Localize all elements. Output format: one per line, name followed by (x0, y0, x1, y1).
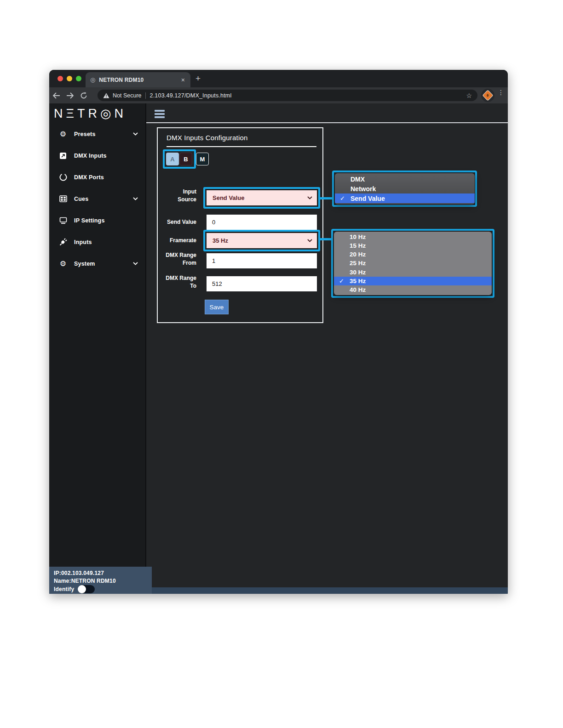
dmx-inputs-icon (58, 151, 68, 160)
zoom-window-button[interactable] (76, 76, 81, 81)
gear-icon: ⚙ (58, 259, 68, 268)
sidebar-item-dmx-inputs[interactable]: DMX Inputs (49, 145, 145, 166)
send-value-label: Send Value (160, 218, 196, 226)
tab-title: NETRON RDM10 (99, 77, 180, 83)
identify-label: Identify (54, 586, 74, 593)
close-window-button[interactable] (57, 76, 63, 81)
menu-item-15hz[interactable]: 15 Hz (334, 241, 492, 250)
checkmark-icon: ✓ (339, 278, 344, 284)
sidebar-item-inputs[interactable]: Inputs (49, 231, 145, 253)
monitor-icon (58, 216, 68, 225)
device-name: Name:NETRON RDM10 (54, 577, 152, 585)
sidebar-item-ip-settings[interactable]: IP Settings (49, 210, 145, 231)
menu-item-network[interactable]: Network (335, 184, 475, 194)
sidebar: NΞTR◎N ⚙ Presets DMX Inputs (49, 103, 146, 594)
gear-icon: ⚙ (58, 130, 68, 139)
tab-close-icon[interactable]: × (180, 76, 186, 84)
extension-icon: ǂ (482, 90, 493, 101)
tab-favicon-icon: ◎ (90, 76, 95, 83)
save-button[interactable]: Save (205, 300, 229, 314)
annotation-highlight-framerate (203, 230, 320, 251)
extension-button[interactable]: ǂ (481, 89, 494, 102)
forward-icon[interactable] (63, 92, 77, 99)
chevron-down-icon (133, 132, 138, 136)
url-toolbar: Not Secure 2.103.49.127/DMX_Inputs.html … (49, 87, 508, 103)
plug-icon (58, 238, 68, 247)
menu-item-40hz[interactable]: 40 Hz (334, 285, 492, 294)
framerate-label: Framerate (160, 237, 196, 245)
annotation-highlight-input-source (203, 187, 320, 209)
sidebar-nav: ⚙ Presets DMX Inputs DMX Po (49, 123, 145, 274)
page-content: NΞTR◎N ⚙ Presets DMX Inputs (49, 103, 508, 594)
sidebar-item-system[interactable]: ⚙ System (49, 253, 145, 274)
menu-item-35hz-selected[interactable]: ✓ 35 Hz (334, 277, 492, 285)
browser-menu-icon[interactable]: ⋮ (497, 91, 505, 94)
tab-m[interactable]: M (196, 153, 209, 165)
bookmark-star-icon[interactable]: ☆ (466, 92, 472, 99)
reload-icon[interactable] (77, 92, 91, 99)
identify-toggle[interactable] (78, 585, 95, 593)
menu-item-send-value-selected[interactable]: ✓ Send Value (335, 193, 475, 203)
dmx-ports-icon (58, 173, 68, 182)
input-source-dropdown-menu: DMX Network ✓ Send Value (335, 173, 475, 205)
menu-item-25hz[interactable]: 25 Hz (334, 259, 492, 267)
annotation-connector-input-source (319, 197, 333, 199)
cues-icon (58, 194, 68, 204)
input-source-label: Input Source (160, 188, 196, 204)
sidebar-item-dmx-ports[interactable]: DMX Ports (49, 166, 145, 188)
menu-item-dmx[interactable]: DMX (335, 175, 475, 184)
dmx-range-from-input[interactable] (207, 253, 317, 268)
dmx-range-to-label: DMX Range To (160, 274, 196, 290)
browser-window: ◎ NETRON RDM10 × + Not Secure 2.103.49.1… (49, 70, 508, 594)
address-bar[interactable]: Not Secure 2.103.49.127/DMX_Inputs.html … (98, 90, 477, 101)
not-secure-warning-icon (103, 93, 109, 98)
chevron-down-icon (133, 197, 138, 200)
device-info-panel: IP:002.103.049.127 Name:NETRON RDM10 Ide… (49, 567, 152, 594)
menu-item-10hz[interactable]: 10 Hz (334, 233, 492, 241)
url-text: 2.103.49.127/DMX_Inputs.html (150, 92, 232, 99)
minimize-window-button[interactable] (67, 76, 72, 81)
chevron-down-icon (133, 262, 138, 265)
sidebar-item-presets[interactable]: ⚙ Presets (49, 123, 145, 145)
dmx-range-from-label: DMX Range From (160, 251, 196, 267)
checkmark-icon: ✓ (340, 195, 345, 202)
dmx-range-to-input[interactable] (207, 276, 317, 291)
annotation-highlight-tabs (163, 149, 196, 169)
back-icon[interactable] (49, 92, 63, 99)
device-ip: IP:002.103.049.127 (54, 569, 152, 577)
menu-item-30hz[interactable]: 30 Hz (334, 268, 492, 277)
main-area: DMX Inputs Configuration A B M Input Sou… (146, 103, 508, 594)
send-value-input[interactable] (207, 215, 317, 230)
dmx-inputs-config-panel: DMX Inputs Configuration A B M Input Sou… (157, 127, 323, 323)
netron-logo: NΞTR◎N (49, 103, 145, 123)
new-tab-button[interactable]: + (195, 74, 201, 84)
omnibox-divider (145, 92, 146, 99)
sidebar-item-cues[interactable]: Cues (49, 188, 145, 210)
hamburger-menu-icon[interactable] (155, 110, 165, 119)
browser-tab[interactable]: ◎ NETRON RDM10 × (86, 72, 190, 87)
header-divider (146, 122, 508, 123)
menu-item-20hz[interactable]: 20 Hz (334, 250, 492, 259)
framerate-dropdown-menu: 10 Hz 15 Hz 20 Hz 25 Hz 30 Hz ✓ 35 Hz 40… (334, 232, 492, 295)
not-secure-label: Not Secure (113, 92, 142, 99)
tab-strip: ◎ NETRON RDM10 × + (49, 70, 508, 87)
page-title: DMX Inputs Configuration (167, 134, 248, 142)
title-underline (167, 146, 316, 147)
